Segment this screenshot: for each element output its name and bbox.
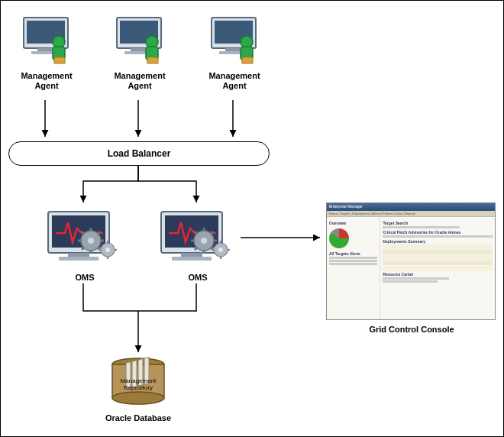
console-tabs: Home | Targets | Deployments | Alerts | … (327, 211, 495, 217)
grid-control-console: Enterprise Manager Home | Targets | Depl… (326, 202, 496, 320)
overview-heading: Overview (329, 221, 377, 225)
agent-label-2: Management Agent (108, 71, 172, 91)
oms-label-2: OMS (183, 273, 213, 283)
management-agent-icon (24, 18, 68, 63)
console-titlebar: Enterprise Manager (327, 203, 495, 211)
console-title: Enterprise Manager (329, 204, 363, 209)
load-balancer-box: Load Balancer (8, 141, 270, 166)
deploy-heading: Deployments Summary (383, 239, 493, 244)
connector-oms2-down (138, 283, 196, 311)
console-body: Overview All Targets Alerts Target Searc… (327, 217, 495, 319)
management-agent-icon (212, 18, 256, 63)
resource-heading: Resource Center (383, 272, 493, 277)
oms-server-icon (48, 212, 117, 261)
patch-heading: Critical Patch Advisories for Oracle Hom… (383, 230, 493, 235)
oms-server-icon (161, 212, 230, 261)
console-left-pane: Overview All Targets Alerts (327, 217, 380, 319)
console-caption: Grid Control Console (358, 325, 465, 335)
load-balancer-label: Load Balancer (108, 148, 171, 159)
repository-inner-label: Management Repository (112, 378, 164, 392)
agent-label-3: Management Agent (202, 71, 267, 91)
repository-outer-label: Oracle Database (94, 413, 183, 423)
oms-label-1: OMS (69, 273, 100, 283)
management-agent-icon (117, 18, 161, 63)
pie-chart-icon (329, 228, 349, 248)
targets-heading: Target Search (383, 221, 493, 225)
connector-oms1-down (83, 283, 138, 311)
console-right-pane: Target Search Critical Patch Advisories … (380, 217, 495, 319)
agent-label-1: Management Agent (15, 71, 79, 91)
alerts-heading: All Targets Alerts (329, 251, 377, 256)
arrow-lb-to-oms2 (138, 166, 196, 202)
arrow-lb-to-oms1 (83, 166, 138, 202)
